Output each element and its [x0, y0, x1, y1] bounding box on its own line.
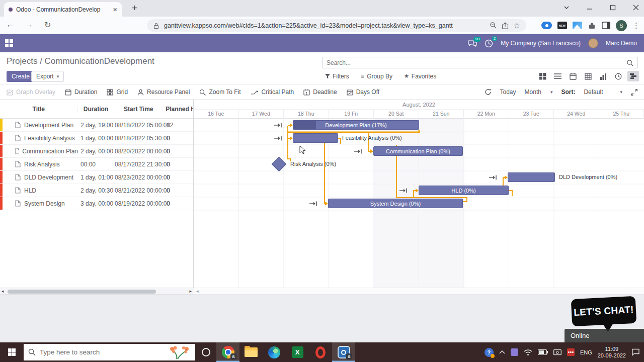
- gantt-bar[interactable]: System Design (0%): [328, 199, 463, 208]
- back-icon[interactable]: ←: [6, 20, 14, 29]
- breadcrumb[interactable]: Projects / CommunicationDevelopment: [7, 56, 154, 66]
- reload-icon[interactable]: ↻: [44, 20, 51, 30]
- company-switcher[interactable]: My Company (San Francisco): [501, 40, 581, 47]
- table-row[interactable]: Development Plan 2 day, 19:00 08/18/2022…: [0, 119, 193, 132]
- taskbar-clock[interactable]: 11:09 20-09-2022: [598, 346, 626, 359]
- taskbar-search[interactable]: [24, 344, 195, 360]
- new-tab-button[interactable]: +: [132, 3, 137, 14]
- tray-app-icon[interactable]: [511, 348, 518, 356]
- view-pivot-icon[interactable]: [582, 71, 594, 81]
- user-menu[interactable]: Marc Demo: [606, 40, 637, 47]
- start-button[interactable]: [0, 342, 24, 362]
- table-row[interactable]: DLD Development 1 day, 01:00 08/23/2022 …: [0, 171, 193, 184]
- sidebar-icon[interactable]: [602, 22, 610, 29]
- expand-icon[interactable]: [631, 89, 637, 96]
- gantt-chart-body[interactable]: Development Plan (17%)Feasibility Analys…: [194, 119, 644, 288]
- grid-button[interactable]: Grid: [107, 88, 128, 96]
- browser-profile-avatar[interactable]: S: [616, 20, 627, 31]
- filters-button[interactable]: Filters: [325, 72, 349, 80]
- taskbar-app-explorer[interactable]: [239, 342, 263, 362]
- table-row[interactable]: System Design 3 day, 00:00 08/19/2022 00…: [0, 197, 193, 210]
- scroll-left-icon[interactable]: ◂: [2, 288, 4, 295]
- days-off-button[interactable]: Days Off: [347, 88, 379, 96]
- scrollbar-thumb[interactable]: [8, 290, 156, 294]
- today-button[interactable]: Today: [500, 88, 516, 96]
- cast-icon[interactable]: [553, 349, 561, 355]
- table-row[interactable]: Communication Plan 2 day, 00:00 08/20/20…: [0, 145, 193, 158]
- zoom-to-fit-button[interactable]: Zoom To Fit: [199, 88, 240, 96]
- window-maximize-icon[interactable]: [610, 5, 616, 11]
- range-select[interactable]: Month▾: [525, 88, 553, 96]
- gantt-bar[interactable]: Communication Plan (0%): [373, 146, 463, 156]
- activities-clock-icon[interactable]: 2: [485, 39, 493, 48]
- deadline-button[interactable]: Deadline: [303, 88, 337, 96]
- view-activity-icon[interactable]: [612, 71, 624, 81]
- browser-menu-icon[interactable]: ⋮: [632, 21, 640, 30]
- zoom-icon[interactable]: [490, 22, 497, 29]
- sort-select[interactable]: Default▾: [584, 88, 622, 96]
- view-kanban-icon[interactable]: [537, 71, 548, 81]
- language-indicator[interactable]: ENG: [580, 349, 592, 355]
- forward-icon[interactable]: →: [25, 20, 33, 29]
- window-close-icon[interactable]: [633, 5, 639, 11]
- chat-widget-bubble[interactable]: LET'S CHAT!: [571, 296, 637, 327]
- view-gantt-icon[interactable]: [627, 71, 639, 81]
- col-title[interactable]: Title: [0, 106, 78, 113]
- search-box[interactable]: [322, 57, 638, 68]
- chat-online-status[interactable]: Online: [565, 329, 644, 342]
- col-duration[interactable]: Duration: [78, 106, 115, 113]
- table-row[interactable]: HLD 2 day, 00:30 08/21/2022 00:00:00 0: [0, 184, 193, 197]
- gantt-bar[interactable]: [293, 133, 338, 143]
- share-icon[interactable]: [502, 22, 509, 29]
- gantt-bar[interactable]: [508, 172, 555, 182]
- view-calendar-icon[interactable]: [567, 71, 579, 81]
- battery-icon[interactable]: [538, 349, 548, 355]
- table-row[interactable]: Risk Analysis 00:00 08/17/2022 21:30:00 …: [0, 158, 193, 171]
- view-list-icon[interactable]: [552, 71, 564, 81]
- wifi-icon[interactable]: [524, 349, 532, 355]
- export-button[interactable]: Export ▾: [31, 71, 64, 82]
- messages-icon[interactable]: 98: [468, 40, 477, 47]
- taskbar-app-recorder[interactable]: S: [332, 342, 355, 362]
- taskbar-app-chrome[interactable]: S: [216, 342, 239, 362]
- taskbar-app-edge[interactable]: [263, 342, 286, 362]
- create-button[interactable]: Create: [7, 71, 35, 82]
- gantt-bar[interactable]: HLD (0%): [419, 186, 509, 195]
- search-icon[interactable]: [626, 59, 633, 66]
- taskbar-app-excel[interactable]: X: [286, 342, 309, 362]
- critical-path-button[interactable]: Critical Path: [251, 88, 294, 96]
- address-bar[interactable]: ganttview.kappso.com/web#cids=1&action=2…: [147, 19, 526, 32]
- table-row[interactable]: Feasibility Analysis 1 day, 00:00 08/18/…: [0, 132, 193, 145]
- taskbar-search-input[interactable]: [40, 348, 164, 356]
- apps-menu-icon[interactable]: [5, 39, 13, 47]
- user-avatar[interactable]: [588, 38, 598, 48]
- chart-hscrollbar[interactable]: ◂: [194, 288, 644, 295]
- refresh-icon[interactable]: [485, 88, 492, 96]
- favorites-button[interactable]: ★ Favorites: [404, 72, 436, 80]
- cortana-button[interactable]: [195, 348, 216, 356]
- help-tray-icon[interactable]: ?: [485, 348, 494, 357]
- browser-tab[interactable]: Odoo - CommunicationDevelop ×: [4, 2, 122, 17]
- action-center-icon[interactable]: [631, 348, 640, 356]
- gantt-bar[interactable]: Development Plan (17%): [293, 120, 419, 130]
- scroll-left-icon[interactable]: ◂: [196, 288, 199, 295]
- extensions-puzzle-icon[interactable]: [588, 22, 596, 30]
- table-hscrollbar[interactable]: ◂ ▸: [0, 288, 194, 295]
- tab-close-icon[interactable]: ×: [113, 7, 117, 13]
- col-planned-hours[interactable]: Planned Hou: [163, 106, 193, 113]
- url-text[interactable]: ganttview.kappso.com/web#cids=1&action=2…: [164, 22, 485, 29]
- extension-image-icon[interactable]: [573, 22, 582, 29]
- col-start-time[interactable]: Start Time: [114, 106, 163, 113]
- tab-search-chevron-icon[interactable]: [564, 6, 570, 10]
- search-input[interactable]: [327, 59, 626, 66]
- tray-expand-chevron-icon[interactable]: [499, 350, 505, 354]
- graph-overlay-button[interactable]: Graph Overlay: [7, 88, 55, 96]
- extension-camera-icon[interactable]: NEW: [557, 22, 567, 29]
- tray-red-app-icon[interactable]: [567, 348, 575, 356]
- resource-panel-button[interactable]: Resource Panel: [137, 88, 190, 96]
- view-graph-icon[interactable]: [597, 71, 609, 81]
- taskbar-app-opera[interactable]: [309, 342, 332, 362]
- bookmark-star-icon[interactable]: ☆: [514, 21, 520, 30]
- scroll-right-icon[interactable]: ▸: [189, 288, 192, 295]
- window-minimize-icon[interactable]: [587, 5, 593, 11]
